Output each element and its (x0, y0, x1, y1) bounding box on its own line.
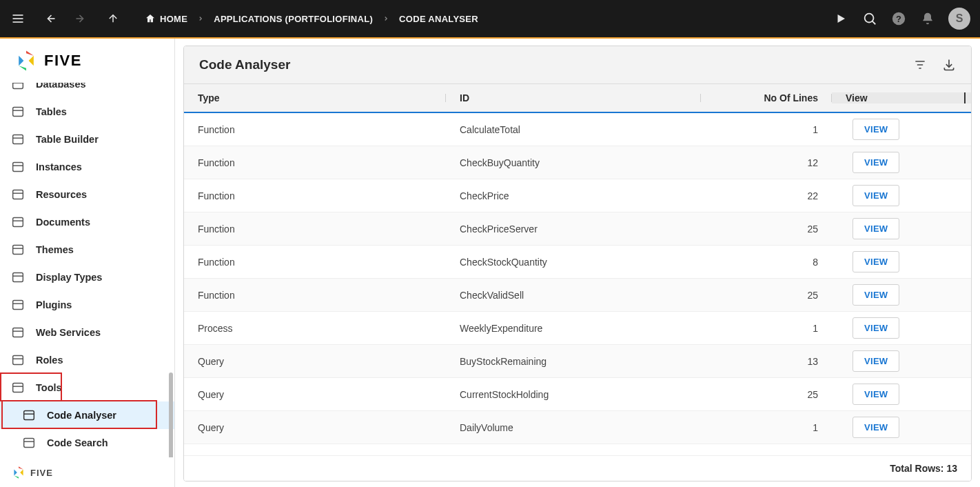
cell-id: WeeklyExpenditure (446, 323, 701, 334)
svg-rect-21 (13, 218, 23, 227)
cell-lines: 25 (701, 389, 832, 400)
nav-back-icon[interactable] (41, 10, 58, 27)
svg-rect-23 (13, 246, 23, 255)
table-body: FunctionCalculateTotal1VIEWFunctionCheck… (184, 113, 971, 455)
sidebar-item-tables[interactable]: Tables (0, 98, 174, 126)
roles-icon (10, 352, 26, 368)
sidebar-item-label: Resources (36, 189, 87, 200)
sidebar-item-label: Documents (36, 217, 90, 228)
instances-icon (10, 159, 26, 175)
cell-view: VIEW (832, 218, 971, 239)
sidebar-item-label: Code Analyser (47, 410, 116, 421)
display-types-icon (10, 269, 26, 286)
sidebar-item-label: Themes (36, 244, 74, 255)
avatar[interactable]: S (948, 8, 970, 30)
sidebar-item-form-code[interactable]: Form Code (0, 457, 174, 457)
code-analyser-panel: Code Analyser Type ID No Of Lines View F… (183, 46, 972, 481)
sidebar-item-instances[interactable]: Instances (0, 153, 174, 181)
sidebar-item-themes[interactable]: Themes (0, 236, 174, 264)
cell-lines: 1 (701, 323, 832, 334)
view-button[interactable]: VIEW (853, 152, 899, 173)
sidebar-item-label: Instances (36, 161, 82, 172)
breadcrumb-separator-icon (197, 15, 204, 22)
sidebar-item-label: Web Services (36, 327, 101, 338)
view-button[interactable]: VIEW (853, 384, 899, 405)
sidebar-scrollbar[interactable] (169, 372, 173, 457)
view-button[interactable]: VIEW (853, 417, 899, 438)
table-row: QueryDailyVolume1VIEW (184, 411, 971, 444)
cell-view: VIEW (832, 417, 971, 438)
view-button[interactable]: VIEW (853, 317, 899, 339)
menu-icon[interactable] (10, 10, 26, 27)
cell-type: Function (184, 290, 446, 301)
sidebar-item-plugins[interactable]: Plugins (0, 291, 174, 319)
brand-text: FIVE (44, 52, 82, 70)
nav-up-icon[interactable] (105, 10, 121, 27)
table-row: FunctionCheckStockQuantity8VIEW (184, 246, 971, 279)
tools-icon (10, 379, 26, 396)
svg-rect-29 (13, 328, 23, 337)
view-button[interactable]: VIEW (853, 119, 899, 140)
sidebar-item-roles[interactable]: Roles (0, 346, 174, 374)
sidebar-item-display-types[interactable]: Display Types (0, 264, 174, 291)
view-button[interactable]: VIEW (853, 251, 899, 272)
column-view[interactable]: View (832, 92, 971, 103)
cell-view: VIEW (832, 185, 971, 206)
column-id[interactable]: ID (446, 92, 701, 103)
cell-type: Query (184, 422, 446, 433)
sidebar-item-documents[interactable]: Documents (0, 208, 174, 236)
sidebar-item-label: Display Types (36, 272, 102, 283)
view-button[interactable]: VIEW (853, 284, 899, 306)
sidebar-item-tools[interactable]: Tools (0, 374, 174, 401)
sidebar-item-resources[interactable]: Resources (0, 181, 174, 208)
breadcrumb-separator-icon (382, 15, 389, 22)
svg-line-8 (872, 21, 876, 25)
sidebar-item-label: Tools (36, 382, 62, 393)
footer-logo[interactable]: FIVE (0, 457, 174, 487)
notifications-icon[interactable] (919, 10, 936, 27)
sidebar-item-label: Code Search (47, 437, 108, 448)
download-icon[interactable] (942, 58, 956, 72)
svg-rect-11 (13, 83, 23, 88)
sidebar-item-web-services[interactable]: Web Services (0, 319, 174, 346)
sidebar-item-label: Databases (36, 83, 86, 90)
plugins-icon (10, 297, 26, 313)
sidebar: FIVE DatabasesTablesTable BuilderInstanc… (0, 39, 175, 487)
svg-rect-37 (24, 439, 34, 448)
sidebar-item-table-builder[interactable]: Table Builder (0, 126, 174, 153)
cell-type: Function (184, 257, 446, 268)
filter-icon[interactable] (913, 58, 927, 72)
cell-type: Function (184, 190, 446, 201)
cell-type: Function (184, 157, 446, 168)
nav-forward-icon (73, 10, 90, 27)
cell-lines: 1 (701, 124, 832, 135)
view-button[interactable]: VIEW (853, 185, 899, 206)
code-search-icon (21, 435, 37, 451)
sidebar-item-code-analyser[interactable]: Code Analyser (0, 401, 174, 429)
table-footer: Total Rows: 13 (184, 455, 971, 481)
cell-view: VIEW (832, 284, 971, 306)
svg-rect-31 (13, 356, 23, 365)
cell-id: CheckValidSell (446, 290, 701, 301)
table-row: FunctionCalculateTotal1VIEW (184, 113, 971, 146)
view-button[interactable]: VIEW (853, 218, 899, 239)
search-icon[interactable] (861, 10, 878, 27)
view-button[interactable]: VIEW (853, 350, 899, 372)
table-row: FunctionCheckBuyQuantity12VIEW (184, 146, 971, 179)
sidebar-item-code-search[interactable]: Code Search (0, 429, 174, 457)
brand-logo[interactable]: FIVE (0, 39, 174, 83)
cell-lines: 12 (701, 157, 832, 168)
help-icon[interactable]: ? (890, 10, 907, 27)
breadcrumb-item[interactable]: CODE ANALYSER (399, 14, 478, 24)
sidebar-item-databases[interactable]: Databases (0, 83, 174, 98)
breadcrumb-item[interactable]: APPLICATIONS (PORTFOLIOFINAL) (214, 14, 373, 24)
column-lines[interactable]: No Of Lines (701, 92, 832, 103)
table-builder-icon (10, 131, 26, 148)
svg-rect-25 (13, 273, 23, 282)
cell-type: Process (184, 323, 446, 334)
top-bar: HOMEAPPLICATIONS (PORTFOLIOFINAL)CODE AN… (0, 0, 980, 37)
play-icon[interactable] (833, 10, 849, 27)
breadcrumb-item[interactable]: HOME (145, 13, 187, 24)
themes-icon (10, 241, 26, 258)
column-type[interactable]: Type (184, 92, 446, 103)
